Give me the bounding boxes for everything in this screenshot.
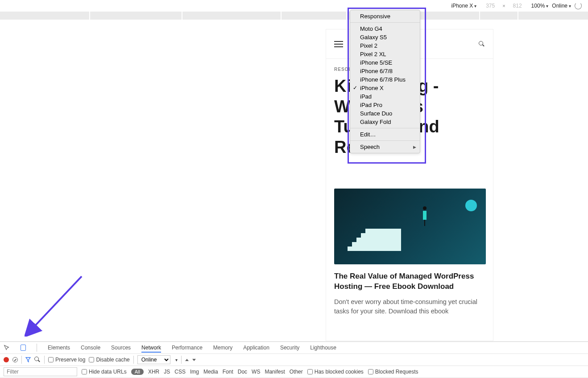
dropdown-item-device[interactable]: Galaxy S5 [350, 33, 420, 41]
dropdown-item-responsive[interactable]: Responsive [350, 12, 420, 21]
dropdown-item-speech[interactable]: Speech [350, 143, 420, 151]
width-input[interactable] [480, 3, 501, 9]
network-selector[interactable]: Online [552, 3, 571, 9]
dropdown-item-device[interactable]: Pixel 2 XL [350, 50, 420, 58]
devtools-tab[interactable]: Security [280, 345, 299, 351]
article-title[interactable]: The Real Value of Managed WordPress Host… [334, 271, 485, 292]
zoom-selector[interactable]: 100% [531, 3, 549, 9]
hide-data-urls-checkbox[interactable]: Hide data URLs [82, 369, 127, 375]
dropdown-item-edit[interactable]: Edit… [350, 130, 420, 139]
dropdown-item-device[interactable]: iPhone 5/SE [350, 58, 420, 67]
filter-input[interactable] [4, 367, 77, 376]
devtools-tab[interactable]: Memory [213, 345, 232, 351]
breakpoint-ruler [0, 12, 588, 20]
filter-type[interactable]: JS [164, 369, 170, 375]
filter-type[interactable]: Font [223, 369, 233, 375]
toggle-device-icon[interactable] [21, 345, 26, 351]
height-input[interactable] [507, 3, 528, 9]
dimensions-group: × [480, 3, 527, 9]
filter-type[interactable]: XHR [148, 369, 159, 375]
svg-line-0 [30, 276, 82, 331]
has-blocked-cookies-checkbox[interactable]: Has blocked cookies [307, 369, 364, 375]
inspect-icon[interactable] [4, 345, 10, 351]
filter-type[interactable]: Media [203, 369, 218, 375]
devtools-tab[interactable]: Elements [48, 345, 70, 351]
hamburger-icon[interactable] [334, 41, 343, 47]
disable-cache-checkbox[interactable]: Disable cache [89, 357, 129, 363]
dropdown-item-device[interactable]: Surface Duo [350, 109, 420, 118]
devtools-tab[interactable]: Performance [172, 345, 203, 351]
dropdown-item-device[interactable]: iPhone 6/7/8 [350, 67, 420, 75]
dropdown-item-device[interactable]: iPhone X [350, 84, 420, 92]
article-excerpt: Don't ever worry about time-consuming ye… [334, 297, 485, 316]
download-icon[interactable] [192, 359, 196, 361]
dropdown-item-device[interactable]: iPad Pro [350, 101, 420, 109]
filter-type[interactable]: Img [190, 369, 199, 375]
clear-icon[interactable] [12, 357, 18, 362]
upload-icon[interactable] [185, 359, 189, 361]
dimensions-x-icon: × [502, 3, 505, 8]
filter-type[interactable]: CSS [174, 369, 186, 375]
dropdown-item-device[interactable]: iPhone 6/7/8 Plus [350, 75, 420, 84]
filter-type[interactable]: Doc [238, 369, 247, 375]
device-dropdown: Responsive Moto G4Galaxy S5Pixel 2Pixel … [350, 10, 420, 153]
devtools-tab[interactable]: Application [243, 345, 269, 351]
filter-type[interactable]: WS [252, 369, 260, 375]
search-icon[interactable] [34, 357, 41, 363]
filter-type-all[interactable]: All [131, 369, 144, 375]
dropdown-item-device[interactable]: iPad [350, 92, 420, 101]
dropdown-item-device[interactable]: Galaxy Fold [350, 118, 420, 126]
throttle-select[interactable]: Online [137, 355, 170, 364]
filter-icon[interactable] [25, 357, 31, 362]
dropdown-item-device[interactable]: Pixel 2 [350, 41, 420, 50]
device-selector[interactable]: iPhone X [451, 3, 476, 9]
record-icon[interactable] [4, 357, 9, 362]
filter-type[interactable]: Manifest [265, 369, 285, 375]
devtools-panel: ElementsConsoleSourcesNetworkPerformance… [0, 341, 588, 378]
preserve-log-checkbox[interactable]: Preserve log [48, 357, 85, 363]
rotate-icon[interactable] [575, 2, 582, 9]
article-image[interactable] [334, 189, 486, 264]
filter-type[interactable]: Other [290, 369, 303, 375]
devtools-tab[interactable]: Sources [111, 345, 131, 351]
annotation-arrow [25, 274, 87, 337]
network-toolbar: Preserve log Disable cache Online [0, 354, 588, 366]
network-filter-bar: Hide data URLs All XHRJSCSSImgMediaFontD… [0, 366, 588, 378]
devtools-tabs: ElementsConsoleSourcesNetworkPerformance… [0, 342, 588, 354]
devtools-tab[interactable]: Console [81, 345, 100, 351]
blocked-requests-checkbox[interactable]: Blocked Requests [368, 369, 418, 375]
search-icon[interactable] [479, 41, 485, 47]
devtools-tab[interactable]: Network [141, 345, 161, 353]
device-toolbar: iPhone X × 100% Online [0, 0, 588, 12]
dropdown-item-device[interactable]: Moto G4 [350, 25, 420, 33]
devtools-tab[interactable]: Lighthouse [310, 345, 336, 351]
